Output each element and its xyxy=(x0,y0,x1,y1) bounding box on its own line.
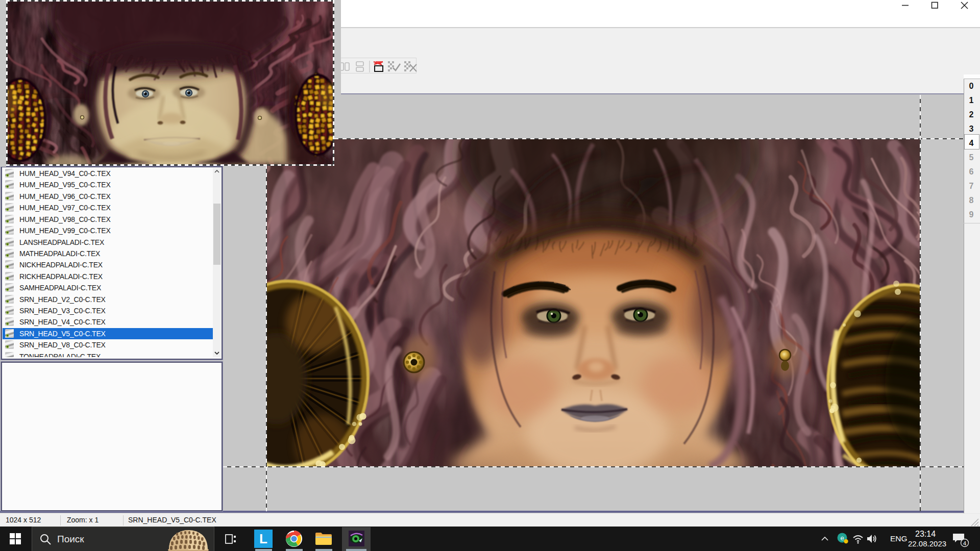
svg-text:e: e xyxy=(840,534,844,542)
svg-text:4: 4 xyxy=(963,540,967,546)
